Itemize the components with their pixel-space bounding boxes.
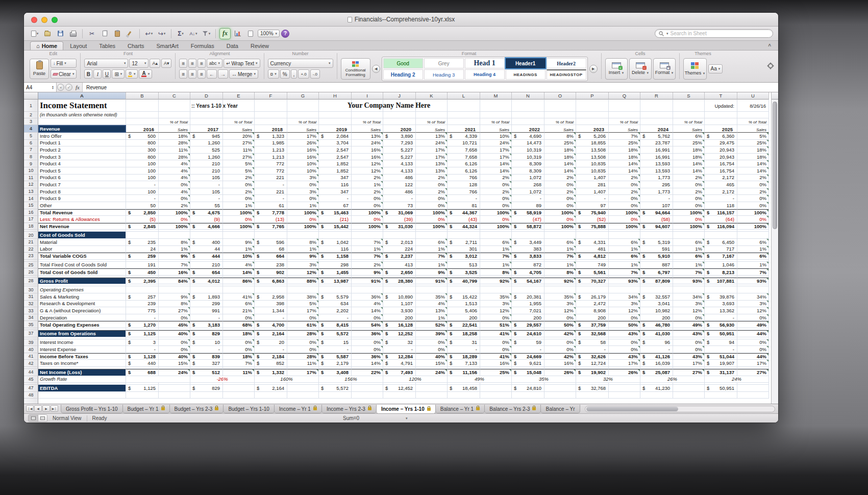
cell-P22[interactable]: 481 [576,246,609,253]
cell-K28[interactable]: 91% [416,278,448,285]
cell-E41[interactable]: 18% [223,353,255,360]
cell-G5[interactable]: 17% [287,133,319,140]
cell-D9[interactable]: 210 [190,160,223,167]
cell-I17[interactable]: 0% [352,216,383,223]
cell-G33[interactable]: 17% [287,307,319,314]
align-left-button[interactable]: ≡ [179,69,187,79]
cell-R17[interactable]: (58) [640,216,673,223]
column-header-H[interactable]: H [319,92,352,100]
row-label-32[interactable]: Research & Development [38,301,126,308]
cell-F41[interactable]: $2,184 [255,353,287,360]
cell-E40[interactable]: 0% [223,346,255,353]
cell-R13[interactable]: 1,773 [640,188,673,195]
cell-D39[interactable]: $10 [190,339,223,346]
cell-Q32[interactable]: 3% [609,301,640,308]
cell-N47[interactable]: $24,810 [512,385,544,392]
cell-U21[interactable]: 6% [737,239,769,246]
cell[interactable] [705,112,737,118]
select-all-corner[interactable] [24,92,38,100]
cell[interactable] [159,112,190,118]
cell-S10[interactable]: 14% [673,167,705,175]
cell-K40[interactable]: 0% [416,346,448,353]
cell-S21[interactable]: 6% [673,239,705,246]
cell-K41[interactable]: 40% [416,353,448,360]
cell-U11[interactable]: 2% [737,175,769,182]
cell-K31[interactable]: 35% [416,293,448,301]
cell[interactable] [126,286,159,293]
cell-F25[interactable]: 238 [255,262,287,269]
close-window-icon[interactable] [31,17,37,23]
cell-F28[interactable]: $6,863 [255,278,287,285]
cell-O32[interactable]: 3% [544,301,576,308]
row-header-31[interactable]: 31 [24,293,38,301]
cell-S41[interactable]: 43% [673,353,705,360]
sum-indicator[interactable]: Sum=0 ▾ [343,415,407,421]
cell-O35[interactable]: 50% [544,321,576,328]
selected-cell-A4[interactable]: Revenue [38,125,126,133]
cell-R44[interactable]: $25,087 [640,369,673,376]
cell-T10[interactable]: 16,754 [705,167,737,175]
cell-C33[interactable]: 27% [159,307,190,314]
cell-M44[interactable]: 25% [480,369,512,376]
cell[interactable] [640,232,673,239]
cell-D17[interactable]: (9) [190,216,223,223]
cell-H33[interactable]: 2,202 [319,307,352,314]
cell[interactable] [255,286,287,293]
column-header-S[interactable]: S [673,92,705,100]
cell[interactable] [609,100,640,112]
cell-D26[interactable]: $654 [190,268,223,276]
cell-D35[interactable]: $3,183 [190,321,223,328]
cell[interactable] [416,392,448,399]
growth-cell-2022[interactable]: 35% [512,376,576,383]
cell[interactable] [319,112,352,118]
cell-R25[interactable]: 887 [640,262,673,269]
cell-Q5[interactable]: 7% [609,133,640,140]
style-good[interactable]: Good [383,58,423,68]
cell-T8[interactable]: 20,943 [705,154,737,161]
cell-L10[interactable]: 6,126 [448,167,480,175]
cell-B22[interactable]: 24 [126,246,159,253]
cell-K42[interactable]: 15% [416,360,448,367]
cell-L12[interactable]: 128 [448,181,480,188]
cell[interactable] [159,286,190,293]
column-header-A[interactable]: A [38,92,126,100]
cell-U33[interactable]: 12% [737,307,769,314]
cell-N31[interactable]: $20,381 [512,293,544,301]
increase-indent-button[interactable]: → [218,69,228,79]
cell-I42[interactable]: 14% [352,360,383,367]
row-label-16[interactable]: Total Revenue [38,209,126,216]
cell-T9[interactable]: 16,754 [705,160,737,167]
cell-K5[interactable]: 13% [416,133,448,140]
cell-Q8[interactable]: 18% [609,154,640,161]
cell-P42[interactable]: $12,724 [576,360,609,367]
titlebar[interactable]: Financials--Comprehensive-10yr.xlsx [24,13,778,27]
cell-I14[interactable]: 0% [352,195,383,202]
cell-K22[interactable]: 1% [416,246,448,253]
cell-F12[interactable]: - [255,181,287,188]
cell[interactable] [255,232,287,239]
cell-P9[interactable]: 10,835 [576,160,609,167]
row-label-8[interactable]: Product 3 [38,154,126,161]
cell-J14[interactable]: - [383,195,416,202]
cell-J39[interactable]: $32 [383,339,416,346]
cell-U13[interactable]: 2% [737,188,769,195]
cell-D12[interactable]: - [190,181,223,188]
cell-K12[interactable]: 0% [416,181,448,188]
cell-K47[interactable] [416,385,448,392]
cell-C41[interactable]: 40% [159,353,190,360]
column-header-F[interactable]: F [255,92,287,100]
cell-P21[interactable]: $4,331 [576,239,609,246]
cell-L7[interactable]: 7,658 [448,146,480,154]
cell-M34[interactable]: 0% [480,314,512,321]
cell-M14[interactable]: 0% [480,195,512,202]
cell-N39[interactable]: $59 [512,339,544,346]
cell-S14[interactable]: 0% [673,195,705,202]
cell[interactable] [159,232,190,239]
cell-U10[interactable]: 14% [737,167,769,175]
increase-font-button[interactable]: A▴ [150,59,160,68]
column-header-P[interactable]: P [576,92,609,100]
row-label-17[interactable]: Less: Returns & Allowances [38,216,126,223]
cell[interactable] [673,232,705,239]
cell-L31[interactable]: $15,422 [448,293,480,301]
cell-E22[interactable]: 1% [223,246,255,253]
